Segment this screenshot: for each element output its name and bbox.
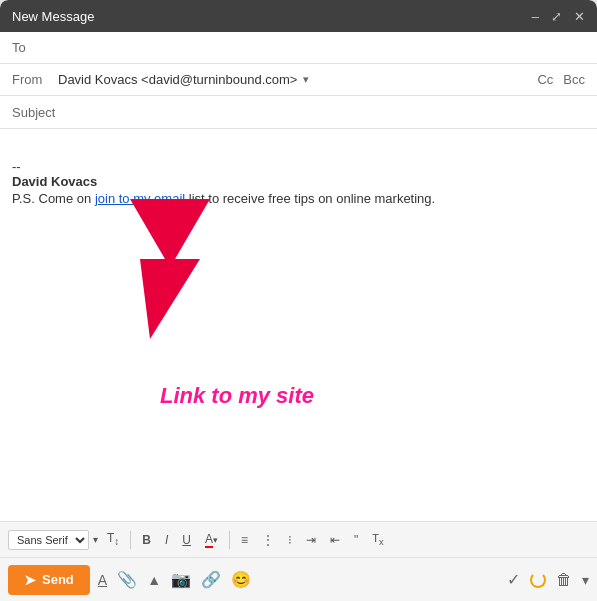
indent-button[interactable]: ⇥ xyxy=(301,530,321,550)
send-icon: ➤ xyxy=(24,572,36,588)
indent-icon: ⇥ xyxy=(306,533,316,547)
from-left: From David Kovacs <david@turninbound.com… xyxy=(12,72,309,87)
cc-button[interactable]: Cc xyxy=(537,72,553,87)
font-color-dropdown-icon: ▾ xyxy=(213,535,218,545)
font-family-dropdown-icon: ▾ xyxy=(93,534,98,545)
subject-label: Subject xyxy=(12,105,55,120)
formatting-toolbar: Sans Serif ▾ T↕ B I U A ▾ ≡ ⋮ ⁝ ⇥ xyxy=(0,521,597,557)
from-row: From David Kovacs <david@turninbound.com… xyxy=(0,64,597,96)
unordered-list-icon: ⁝ xyxy=(288,533,292,547)
ordered-list-button[interactable]: ⋮ xyxy=(257,530,279,550)
from-label: From xyxy=(12,72,52,87)
subject-row: Subject xyxy=(0,96,597,128)
to-row: To xyxy=(0,32,597,64)
align-icon: ≡ xyxy=(241,533,248,547)
divider-2 xyxy=(229,531,230,549)
ps-text: P.S. Come on xyxy=(12,191,95,206)
header-fields: To From David Kovacs <david@turninbound.… xyxy=(0,32,597,129)
ps-suffix: list to receive free tips on online mark… xyxy=(185,191,435,206)
svg-marker-1 xyxy=(130,199,210,339)
insert-emoji-icon[interactable]: 😊 xyxy=(231,570,251,589)
font-color-button[interactable]: A ▾ xyxy=(200,529,223,551)
more-options-button[interactable]: ▾ xyxy=(582,572,589,588)
body-area[interactable]: -- David Kovacs P.S. Come on join to my … xyxy=(0,129,597,521)
clear-formatting-button[interactable]: Tx xyxy=(367,529,388,550)
italic-button[interactable]: I xyxy=(160,530,173,550)
cc-bcc-buttons: Cc Bcc xyxy=(537,72,585,87)
compose-window: New Message – ⤢ ✕ To From David Kovacs <… xyxy=(0,0,597,601)
send-label: Send xyxy=(42,572,74,587)
to-input[interactable] xyxy=(52,40,585,55)
clear-formatting-icon: Tx xyxy=(372,532,383,547)
blockquote-icon: " xyxy=(354,533,358,547)
from-dropdown-icon[interactable]: ▾ xyxy=(303,73,309,86)
outdent-button[interactable]: ⇤ xyxy=(325,530,345,550)
outdent-icon: ⇤ xyxy=(330,533,340,547)
sig-name: David Kovacs xyxy=(12,174,585,189)
bold-button[interactable]: B xyxy=(137,530,156,550)
to-label: To xyxy=(12,40,52,55)
spell-check-icon[interactable]: ✓ xyxy=(507,570,520,589)
bottom-icons: A 📎 ▲ 📷 🔗 😊 xyxy=(98,570,499,589)
annotation-label: Link to my site xyxy=(160,383,314,409)
font-color-icon: A xyxy=(205,532,213,548)
ordered-list-icon: ⋮ xyxy=(262,533,274,547)
bold-icon: B xyxy=(142,533,151,547)
from-value: David Kovacs <david@turninbound.com> xyxy=(58,72,297,87)
bcc-button[interactable]: Bcc xyxy=(563,72,585,87)
insert-link-icon[interactable]: 🔗 xyxy=(201,570,221,589)
window-controls: – ⤢ ✕ xyxy=(532,9,585,24)
bottom-bar: ➤ Send A 📎 ▲ 📷 🔗 😊 ✓ 🗑 ▾ xyxy=(0,557,597,601)
font-size-button[interactable]: T↕ xyxy=(102,528,124,550)
text-format-icon[interactable]: A xyxy=(98,572,107,588)
bottom-right-actions: ✓ 🗑 ▾ xyxy=(507,570,589,589)
underline-icon: U xyxy=(182,533,191,547)
align-button[interactable]: ≡ xyxy=(236,530,253,550)
google-drive-icon[interactable]: ▲ xyxy=(147,572,161,588)
insert-photo-icon[interactable]: 📷 xyxy=(171,570,191,589)
font-size-icon: T↕ xyxy=(107,531,119,547)
sig-ps-line: P.S. Come on join to my email list to re… xyxy=(12,191,585,206)
unordered-list-button[interactable]: ⁝ xyxy=(283,530,297,550)
signature-block: -- David Kovacs P.S. Come on join to my … xyxy=(12,159,585,206)
subject-input[interactable] xyxy=(55,105,585,120)
title-bar: New Message – ⤢ ✕ xyxy=(0,0,597,32)
font-family-select[interactable]: Sans Serif xyxy=(8,530,89,550)
italic-icon: I xyxy=(165,533,168,547)
email-list-link[interactable]: join to my email xyxy=(95,191,185,206)
underline-button[interactable]: U xyxy=(177,530,196,550)
attach-file-icon[interactable]: 📎 xyxy=(117,570,137,589)
discard-button[interactable]: 🗑 xyxy=(556,571,572,589)
minimize-button[interactable]: – xyxy=(532,9,539,24)
window-title: New Message xyxy=(12,9,94,24)
sig-dash: -- xyxy=(12,159,585,174)
activity-spinner xyxy=(530,572,546,588)
maximize-button[interactable]: ⤢ xyxy=(551,9,562,24)
blockquote-button[interactable]: " xyxy=(349,530,363,550)
divider-1 xyxy=(130,531,131,549)
close-button[interactable]: ✕ xyxy=(574,9,585,24)
send-button[interactable]: ➤ Send xyxy=(8,565,90,595)
